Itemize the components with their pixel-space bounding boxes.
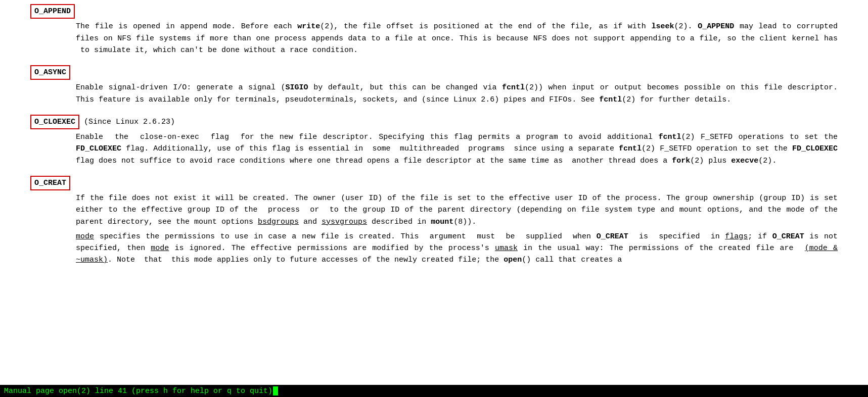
section-o-creat: O_CREAT If the file does not exist it wi… <box>30 176 838 266</box>
flag-desc-o-creat: If the file does not exist it will be cr… <box>30 192 838 266</box>
flag-desc-o-async: Enable signal-driven I/O: generate a sig… <box>30 82 838 106</box>
flag-desc-o-append: The file is opened in append mode. Befor… <box>30 21 838 56</box>
flag-label-o-async: O_ASYNC <box>30 65 70 80</box>
section-o-async: O_ASYNC Enable signal-driven I/O: genera… <box>30 65 838 106</box>
status-bar: Manual page open(2) line 41 (press h for… <box>0 385 868 397</box>
flag-desc-o-cloexec: Enable the close-on-exec flag for the ne… <box>30 131 838 167</box>
flag-label-o-cloexec: O_CLOEXEC <box>30 115 79 129</box>
terminal-cursor <box>273 386 278 395</box>
section-o-append: O_APPEND The file is opened in append mo… <box>30 4 838 56</box>
flag-cloexec-note: (Since Linux 2.6.23) <box>79 118 175 126</box>
manual-content: O_APPEND The file is opened in append mo… <box>0 0 868 279</box>
status-bar-text: Manual page open(2) line 41 (press h for… <box>4 387 272 395</box>
section-o-cloexec: O_CLOEXEC (Since Linux 2.6.23) Enable th… <box>30 115 838 167</box>
flag-label-o-append: O_APPEND <box>30 4 75 19</box>
flag-label-o-creat: O_CREAT <box>30 176 70 190</box>
